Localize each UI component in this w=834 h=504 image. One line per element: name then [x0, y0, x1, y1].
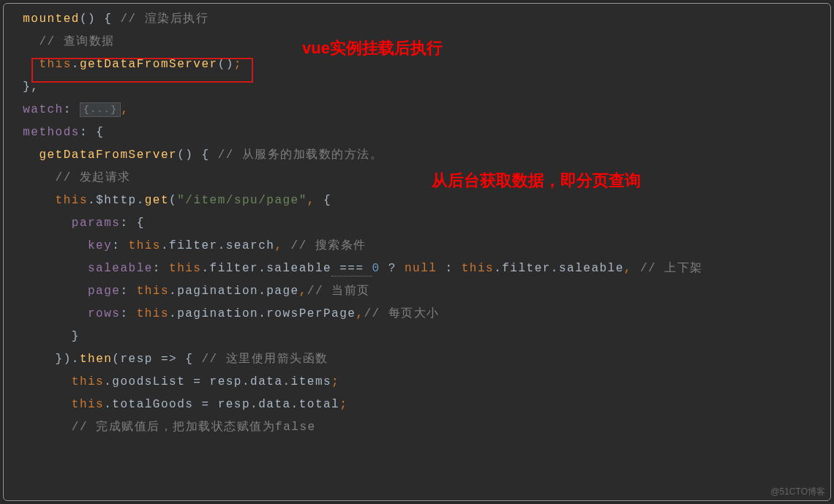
code-fold[interactable]: {...} — [80, 102, 121, 117]
comment: // 发起请求 — [56, 171, 131, 184]
code-line[interactable]: methods: { — [7, 121, 830, 144]
code-content[interactable]: mounted() { // 渲染后执行 // 查询数据 this.getDat… — [4, 8, 830, 439]
code-line[interactable]: this.totalGoods = resp.data.total; — [7, 394, 830, 416]
comment: // 上下架 — [632, 262, 703, 275]
code-line[interactable]: // 查询数据 — [7, 31, 830, 53]
method-def: getDataFromServer — [39, 148, 177, 162]
code-line[interactable]: watch: {...}, — [7, 99, 830, 121]
code-line[interactable]: getDataFromServer() { // 从服务的加载数的方法。 — [7, 144, 830, 167]
code-line[interactable]: // 发起请求 — [7, 167, 830, 189]
comment: // 搜索条件 — [282, 239, 366, 252]
code-line[interactable]: }).then(resp => { // 这里使用箭头函数 — [7, 348, 830, 371]
property-methods: methods — [23, 126, 80, 139]
comment: // 完成赋值后，把加载状态赋值为false — [72, 421, 316, 434]
watermark: @51CTO博客 — [770, 486, 825, 498]
keyword-this: this — [39, 58, 71, 71]
method-get: get — [145, 194, 169, 207]
code-line[interactable]: this.goodsList = resp.data.items; — [7, 371, 830, 394]
code-editor[interactable]: mounted() { // 渲染后执行 // 查询数据 this.getDat… — [3, 3, 831, 501]
method-then: then — [80, 353, 112, 366]
code-line[interactable]: // 完成赋值后，把加载状态赋值为false — [7, 416, 830, 439]
code-line[interactable]: }, — [7, 76, 830, 99]
comment: // 每页大小 — [364, 307, 440, 320]
code-line[interactable]: this.$http.get("/item/spu/page", { — [7, 189, 830, 212]
code-line[interactable]: mounted() { // 渲染后执行 — [7, 8, 830, 31]
code-line[interactable]: key: this.filter.search, // 搜索条件 — [7, 235, 830, 257]
comment: // 这里使用箭头函数 — [193, 353, 328, 366]
code-line[interactable]: params: { — [7, 212, 830, 235]
code-line[interactable]: this.getDataFromServer(); — [7, 53, 830, 76]
keyword-this: this — [56, 194, 88, 207]
code-line[interactable]: } — [7, 326, 830, 348]
comment: // 渲染后执行 — [112, 12, 209, 26]
comment: // 当前页 — [307, 285, 370, 298]
method-call: getDataFromServer — [80, 58, 218, 71]
code-line[interactable]: saleable: this.filter.saleable === 0 ? n… — [7, 257, 830, 280]
code-line[interactable]: page: this.pagination.page,// 当前页 — [7, 280, 830, 303]
code-line[interactable]: rows: this.pagination.rowsPerPage,// 每页大… — [7, 303, 830, 326]
comment: // 查询数据 — [39, 35, 114, 48]
string-literal: "/item/spu/page" — [177, 194, 307, 207]
comment: // 从服务的加载数的方法。 — [210, 148, 383, 162]
property-watch: watch — [23, 103, 64, 116]
method-mounted: mounted — [23, 12, 80, 26]
property-params: params — [72, 217, 121, 230]
